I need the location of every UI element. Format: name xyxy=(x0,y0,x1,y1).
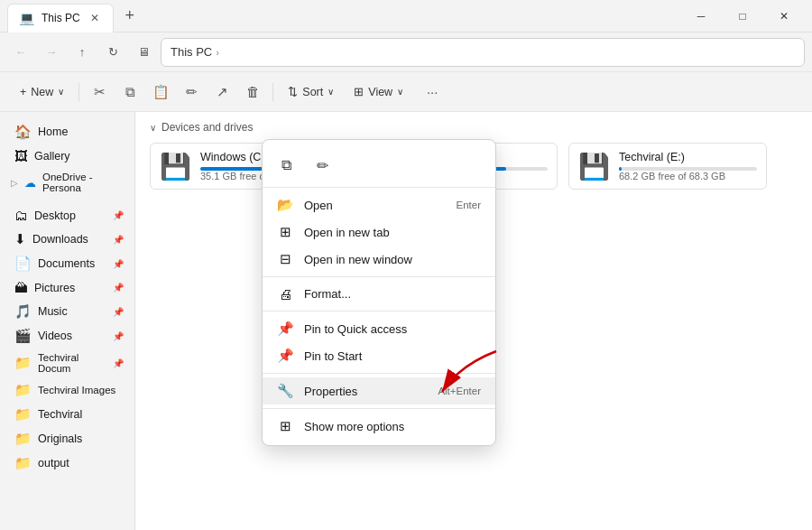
ctx-open-label: Open xyxy=(304,199,333,212)
sidebar-item-label: Documents xyxy=(38,257,95,270)
close-button[interactable]: ✕ xyxy=(763,0,805,33)
sidebar-item-label: Originals xyxy=(38,432,82,445)
sort-icon: ⇅ xyxy=(288,85,298,98)
pin-quick-access-icon: 📌 xyxy=(277,321,293,337)
sidebar-item-videos[interactable]: 🎬 Videos 📌 xyxy=(4,324,131,348)
back-button[interactable]: ← xyxy=(7,39,34,66)
maximize-button[interactable]: □ xyxy=(722,0,763,33)
ctx-separator-2 xyxy=(263,311,495,311)
sort-chevron-icon: ∨ xyxy=(328,87,334,97)
sidebar-item-label: Music xyxy=(38,305,68,318)
downloads-icon: ⬇ xyxy=(14,231,26,247)
tab-close-button[interactable]: ✕ xyxy=(88,11,102,25)
more-options-icon: ⊞ xyxy=(277,418,293,434)
ctx-open[interactable]: 📂 Open Enter xyxy=(263,191,495,219)
up-button[interactable]: ↑ xyxy=(69,39,96,66)
main-layout: 🏠 Home 🖼 Gallery ▷ ☁ OneDrive - Persona … xyxy=(0,112,812,530)
context-menu: ⧉ ✏ 📂 Open Enter ⊞ Open in new tab ⊟ Ope… xyxy=(262,139,496,446)
drive-name: Techviral (E:) xyxy=(619,151,757,163)
sidebar-item-documents[interactable]: 📄 Documents 📌 xyxy=(4,252,131,275)
ctx-pin-to-start[interactable]: 📌 Pin to Start xyxy=(263,342,495,369)
videos-icon: 🎬 xyxy=(14,328,32,344)
drive-hdd-icon: 💾 xyxy=(160,152,191,181)
path-segment: This PC xyxy=(171,45,212,59)
ctx-properties-label: Properties xyxy=(304,385,357,398)
content-area: ∨ Devices and drives 💾 Windows (C:) 35.1… xyxy=(135,112,812,530)
ctx-format-label: Format... xyxy=(304,287,351,301)
ctx-format[interactable]: 🖨 Format... xyxy=(263,281,495,307)
pin-icon: 📌 xyxy=(113,259,124,269)
expand-icon: ▷ xyxy=(11,178,18,188)
ctx-rename-button[interactable]: ✏ xyxy=(306,149,338,181)
desktop-icon: 🗂 xyxy=(14,208,28,223)
ctx-open-new-window-label: Open in new window xyxy=(304,253,412,266)
section-label: Devices and drives xyxy=(161,121,253,134)
onedrive-icon: ☁ xyxy=(24,176,36,190)
ctx-properties-shortcut: Alt+Enter xyxy=(438,386,481,396)
sidebar-item-output[interactable]: 📁 output xyxy=(4,451,131,475)
sort-label: Sort xyxy=(302,86,323,98)
pin-icon: 📌 xyxy=(113,331,124,341)
sidebar-item-techviral[interactable]: 📁 Techviral xyxy=(4,403,131,426)
drive-techviral-e[interactable]: 💾 Techviral (E:) 68.2 GB free of 68.3 GB xyxy=(568,143,767,190)
ctx-open-new-window[interactable]: ⊟ Open in new window xyxy=(263,246,495,273)
section-chevron: ∨ xyxy=(150,123,156,133)
sidebar-item-techviral-docum[interactable]: 📁 Techviral Docum 📌 xyxy=(4,349,131,377)
folder-icon: 📁 xyxy=(14,355,32,371)
sidebar-item-desktop[interactable]: 🗂 Desktop 📌 xyxy=(4,204,131,227)
sidebar-item-onedrive[interactable]: ▷ ☁ OneDrive - Persona xyxy=(4,168,131,197)
ctx-pin-quick-access[interactable]: 📌 Pin to Quick access xyxy=(263,315,495,342)
more-button[interactable]: ··· xyxy=(418,78,447,107)
tab-area: 💻 This PC ✕ + xyxy=(7,0,680,32)
minimize-button[interactable]: ─ xyxy=(680,0,722,33)
tab-this-pc[interactable]: 💻 This PC ✕ xyxy=(7,4,114,33)
new-tab-button[interactable]: + xyxy=(117,4,143,29)
sidebar-item-downloads[interactable]: ⬇ Downloads 📌 xyxy=(4,228,131,251)
ctx-pin-to-start-label: Pin to Start xyxy=(304,349,362,363)
sidebar-item-techviral-images[interactable]: 📁 Techviral Images xyxy=(4,378,131,402)
refresh-button[interactable]: ↻ xyxy=(99,39,126,66)
section-header: ∨ Devices and drives xyxy=(150,121,798,134)
delete-button[interactable]: 🗑 xyxy=(238,78,267,107)
new-window-icon: ⊟ xyxy=(277,251,293,267)
ctx-copy-button[interactable]: ⧉ xyxy=(270,149,302,181)
sidebar-item-label: Gallery xyxy=(34,150,70,163)
view-button[interactable]: ⊞ View ∨ xyxy=(345,78,412,107)
pin-icon: 📌 xyxy=(113,358,124,368)
share-button[interactable]: ↗ xyxy=(208,78,236,107)
sidebar-item-gallery[interactable]: 🖼 Gallery xyxy=(4,144,131,167)
ctx-properties[interactable]: 🔧 Properties Alt+Enter xyxy=(263,377,495,404)
sidebar-item-label: Home xyxy=(38,126,68,138)
rename-button[interactable]: ✏ xyxy=(177,78,206,107)
paste-button[interactable]: 📋 xyxy=(146,78,175,107)
sidebar-item-originals[interactable]: 📁 Originals xyxy=(4,427,131,451)
pin-icon: 📌 xyxy=(113,210,124,220)
ctx-show-more-options[interactable]: ⊞ Show more options xyxy=(263,413,495,440)
new-chevron-icon: ∨ xyxy=(58,87,64,97)
new-plus-icon: + xyxy=(20,86,26,98)
new-button[interactable]: + New ∨ xyxy=(11,78,73,107)
sidebar-item-music[interactable]: 🎵 Music 📌 xyxy=(4,300,131,323)
copy-button[interactable]: ⧉ xyxy=(115,78,144,107)
sidebar-item-label: Techviral Docum xyxy=(38,352,106,374)
forward-button[interactable]: → xyxy=(38,39,65,66)
folder-icon: 📁 xyxy=(14,382,32,398)
drive-hdd-icon: 💾 xyxy=(578,152,610,181)
sidebar-item-label: OneDrive - Persona xyxy=(42,172,124,193)
sidebar-item-pictures[interactable]: 🏔 Pictures 📌 xyxy=(4,276,131,299)
address-path[interactable]: This PC › xyxy=(161,38,805,67)
new-label: New xyxy=(31,86,53,98)
sidebar-item-label: Techviral Images xyxy=(38,385,115,395)
format-icon: 🖨 xyxy=(277,286,293,302)
view-chevron-icon: ∨ xyxy=(397,87,403,97)
address-bar: ← → ↑ ↻ 🖥 This PC › xyxy=(0,33,812,72)
sidebar-item-home[interactable]: 🏠 Home xyxy=(4,120,131,144)
view-icon: ⊞ xyxy=(354,85,364,98)
toolbar: + New ∨ ✂ ⧉ 📋 ✏ ↗ 🗑 ⇅ Sort ∨ ⊞ View ∨ ··… xyxy=(0,72,812,112)
folder-icon: 📁 xyxy=(14,455,32,471)
home-icon: 🏠 xyxy=(14,124,32,140)
sort-button[interactable]: ⇅ Sort ∨ xyxy=(279,78,343,107)
cut-button[interactable]: ✂ xyxy=(85,78,114,107)
pictures-icon: 🏔 xyxy=(14,280,28,295)
ctx-open-new-tab[interactable]: ⊞ Open in new tab xyxy=(263,219,495,246)
